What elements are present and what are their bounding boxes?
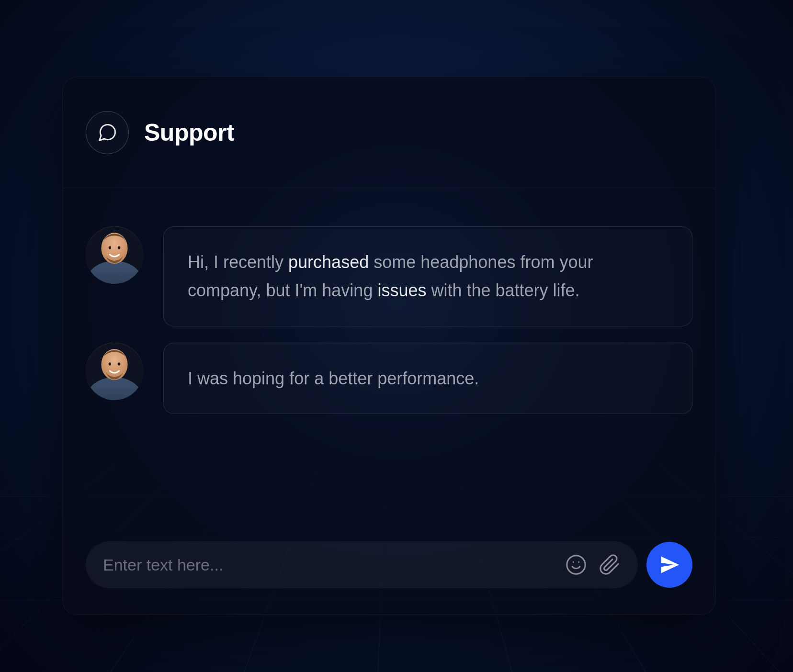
svg-point-10	[567, 556, 585, 574]
support-chat-window: Support	[62, 77, 716, 615]
smile-icon[interactable]	[565, 554, 587, 576]
message-row: I was hoping for a better performance.	[86, 343, 692, 414]
svg-point-7	[101, 349, 127, 380]
svg-point-9	[118, 362, 120, 365]
message-text: Hi, I recently	[188, 252, 288, 272]
svg-point-8	[109, 362, 111, 365]
user-avatar	[86, 343, 143, 400]
message-input-container	[86, 541, 638, 588]
svg-point-3	[109, 246, 111, 249]
message-text-highlight: purchased	[288, 252, 369, 272]
chat-input-row	[63, 532, 715, 615]
chat-bubble-icon	[86, 111, 129, 154]
message-text: I was hoping for a better performance.	[188, 369, 479, 388]
user-avatar	[86, 226, 143, 284]
message-bubble: Hi, I recently purchased some headphones…	[163, 226, 692, 326]
paperclip-icon[interactable]	[599, 554, 621, 576]
message-row: Hi, I recently purchased some headphones…	[86, 226, 692, 326]
chat-body: Hi, I recently purchased some headphones…	[63, 188, 715, 532]
chat-title: Support	[144, 119, 234, 146]
message-input[interactable]	[103, 556, 554, 574]
message-text: with the battery life.	[426, 280, 579, 300]
svg-point-4	[118, 246, 120, 249]
svg-point-2	[101, 233, 127, 264]
send-button[interactable]	[646, 542, 692, 588]
message-bubble: I was hoping for a better performance.	[163, 343, 692, 414]
message-text-highlight: issues	[377, 280, 426, 300]
chat-header: Support	[63, 77, 715, 188]
